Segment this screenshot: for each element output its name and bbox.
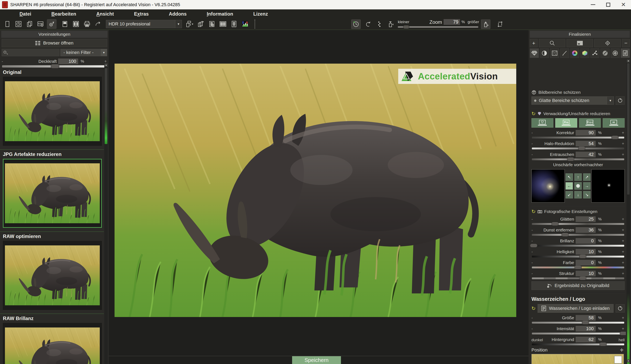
new-image-button[interactable]: [3, 20, 12, 28]
tab-denoise[interactable]: [550, 48, 559, 58]
tab-sharpen-aperture[interactable]: [611, 48, 620, 58]
slider-track[interactable]: [532, 223, 624, 225]
slider-track[interactable]: [532, 245, 624, 247]
slider-value-field[interactable]: 0: [575, 238, 596, 244]
slider-handle[interactable]: [574, 266, 582, 269]
preset-dropdown[interactable]: HDR 10 professional ▼: [106, 20, 182, 28]
menu-item[interactable]: Lizenz: [243, 11, 278, 17]
chevron-down-icon[interactable]: ▼: [175, 20, 182, 28]
chevron-down-icon[interactable]: ▼: [607, 97, 614, 104]
slider-value-field[interactable]: 25: [575, 216, 596, 222]
move-icon[interactable]: ✛: [620, 348, 623, 352]
print-button[interactable]: [83, 20, 92, 28]
mode-infinity-button[interactable]: ∞: [603, 118, 625, 128]
split-view-button[interactable]: [72, 20, 81, 28]
increment-button[interactable]: +: [104, 59, 107, 64]
decrement-button[interactable]: -: [531, 152, 533, 157]
device-transfer-button[interactable]: [185, 20, 194, 28]
increment-button[interactable]: +: [622, 130, 624, 135]
increment-button[interactable]: +: [622, 217, 624, 222]
tab-color-wheel[interactable]: [570, 48, 579, 58]
slider-track[interactable]: [532, 234, 624, 236]
increment-button[interactable]: +: [622, 239, 624, 243]
slider-handle[interactable]: [551, 222, 559, 226]
increment-button[interactable]: +: [622, 250, 624, 254]
tab-gem[interactable]: [530, 48, 539, 58]
main-image[interactable]: AcceleratedVision: [115, 64, 516, 317]
slider-track[interactable]: [532, 158, 624, 160]
preset-thumbnail[interactable]: [3, 159, 102, 228]
remove-button[interactable]: −: [622, 39, 630, 47]
direction-arrow-button[interactable]: ←: [565, 182, 573, 190]
menu-item[interactable]: Bearbeiten: [41, 11, 86, 17]
zoom-value-field[interactable]: 79: [443, 19, 460, 25]
window-view-button[interactable]: [566, 39, 593, 47]
decrement-button[interactable]: -: [531, 141, 533, 146]
reset-watermark-button[interactable]: [615, 304, 625, 312]
slider-handle[interactable]: [611, 136, 619, 139]
scrollbar-thumb[interactable]: [627, 63, 629, 194]
load-watermark-button[interactable]: Wassereichen / Logo einladen: [538, 304, 613, 313]
slider-handle[interactable]: [567, 158, 574, 161]
zoom-slider-handle[interactable]: [403, 25, 409, 29]
scrollbar-top-button[interactable]: [627, 60, 630, 62]
protect-areas-dropdown[interactable]: Glatte Bereiche schützen ▼: [531, 96, 614, 105]
preset-item[interactable]: Original: [0, 68, 104, 150]
mode-proplus-button[interactable]: Pro+: [579, 118, 601, 128]
slider-handle[interactable]: [582, 321, 589, 324]
increment-button[interactable]: +: [622, 141, 624, 146]
direction-arrow-button[interactable]: ↙: [565, 191, 573, 198]
finalize-scrollbar[interactable]: [626, 59, 630, 363]
menu-item[interactable]: Extras: [124, 11, 159, 17]
slider-handle[interactable]: [620, 332, 626, 335]
direction-arrow-button[interactable]: ↗: [583, 174, 590, 181]
before-after-button[interactable]: [207, 20, 216, 28]
export-share-button[interactable]: [94, 20, 103, 28]
scrollbar-thumb[interactable]: [105, 68, 107, 144]
histogram-button[interactable]: [241, 20, 250, 28]
auto-compare-button[interactable]: [351, 20, 360, 29]
watermark-position-marker[interactable]: [614, 356, 622, 364]
direction-arrow-button[interactable]: ↖: [565, 174, 573, 181]
slider-value-field[interactable]: 100: [58, 58, 79, 64]
slider-handle[interactable]: [530, 244, 537, 248]
zoom-slider[interactable]: [398, 26, 478, 28]
slider-value-field[interactable]: 100: [575, 326, 596, 332]
slider-track[interactable]: [532, 278, 624, 279]
image-history-button[interactable]: [14, 20, 23, 28]
decrement-button[interactable]: -: [2, 59, 3, 64]
tab-curves-nodes[interactable]: [590, 48, 599, 58]
raw-settings-button[interactable]: RAW: [36, 20, 45, 28]
minimize-button[interactable]: [585, 0, 601, 9]
direction-arrow-button[interactable]: ↓: [574, 191, 582, 198]
slider-value-field[interactable]: 10: [575, 270, 596, 276]
increment-button[interactable]: +: [622, 271, 624, 276]
direction-center-button[interactable]: [574, 182, 582, 190]
slider-value-field[interactable]: 42: [575, 152, 596, 158]
decrement-button[interactable]: -: [531, 271, 533, 276]
slider-value-field[interactable]: 10: [575, 249, 596, 255]
preset-thumbnail[interactable]: [3, 241, 102, 310]
menu-item[interactable]: Information: [197, 11, 243, 17]
slider-track[interactable]: [532, 322, 624, 324]
slider-value-field[interactable]: 54: [575, 140, 596, 147]
open-browser-button[interactable]: Browser öffnen: [2, 39, 107, 47]
slider-handle[interactable]: [599, 342, 607, 346]
slider-track[interactable]: [532, 148, 624, 150]
slider-track[interactable]: [532, 344, 624, 345]
result-to-original-button[interactable]: Ergebnisbild zu Originalbild: [531, 281, 625, 290]
tab-finalize-doc[interactable]: [621, 48, 630, 58]
increment-button[interactable]: +: [622, 260, 624, 265]
chevron-down-icon[interactable]: ▼: [101, 49, 107, 56]
filmstrip-panel-button[interactable]: [230, 20, 239, 28]
slider-value-field[interactable]: 36: [575, 227, 596, 233]
preset-thumbnail[interactable]: [3, 323, 102, 364]
preset-thumbnail[interactable]: [3, 77, 102, 146]
menu-item[interactable]: Ansicht: [86, 11, 124, 17]
copy-settings-button[interactable]: [25, 20, 34, 28]
decrement-button[interactable]: -: [531, 250, 533, 254]
tab-retouch[interactable]: [560, 48, 569, 58]
slider-handle[interactable]: [561, 233, 569, 236]
slider-value-field[interactable]: 90: [575, 130, 596, 136]
redo-button[interactable]: [364, 20, 373, 29]
